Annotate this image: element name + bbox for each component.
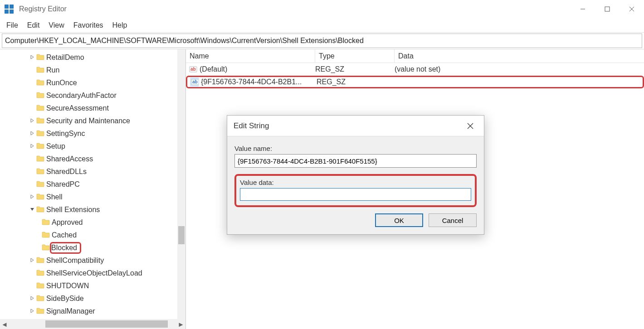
tree-item[interactable]: Blocked xyxy=(0,242,185,254)
dialog-title: Edit String xyxy=(234,121,269,131)
tree-caret-icon[interactable] xyxy=(28,207,36,213)
tree-item-label: Cached xyxy=(52,231,77,239)
folder-icon xyxy=(36,295,44,302)
tree-item-label: ShellServiceObjectDelayLoad xyxy=(46,269,142,277)
tree-item-label: SettingSync xyxy=(46,130,85,138)
titlebar: Registry Editor xyxy=(0,0,644,18)
tree-item[interactable]: SharedAccess xyxy=(0,153,185,165)
value-type: REG_SZ xyxy=(317,78,396,86)
tree-item-label: RunOnce xyxy=(46,79,77,87)
folder-icon xyxy=(36,308,44,315)
value-row[interactable]: ab(Default)REG_SZ(value not set) xyxy=(186,63,644,76)
tree-item-label: SharedDLLs xyxy=(46,168,87,176)
value-type: REG_SZ xyxy=(315,65,395,73)
svg-rect-1 xyxy=(10,5,14,9)
tree-item-label: SecureAssessment xyxy=(46,104,109,112)
tree-item-label: Run xyxy=(46,66,59,74)
tree-item-label: SHUTDOWN xyxy=(46,282,89,290)
folder-icon xyxy=(36,130,44,137)
dialog-close-button[interactable] xyxy=(463,119,478,133)
address-bar[interactable]: Computer\HKEY_LOCAL_MACHINE\SOFTWARE\Mic… xyxy=(2,34,642,48)
tree-item[interactable]: Shell Extensions xyxy=(0,203,185,216)
scroll-right-icon[interactable]: ► xyxy=(176,320,185,328)
folder-icon xyxy=(36,54,44,61)
value-name: {9F156763-7844-4DC4-B2B1... xyxy=(201,78,317,86)
tree-item[interactable]: Run xyxy=(0,64,185,77)
tree-item[interactable]: SharedPC xyxy=(0,178,185,191)
column-header-name[interactable]: Name xyxy=(186,49,315,63)
address-text: Computer\HKEY_LOCAL_MACHINE\SOFTWARE\Mic… xyxy=(5,37,364,45)
folder-icon xyxy=(36,270,44,277)
folder-icon xyxy=(42,219,50,226)
tree-item[interactable]: Setup xyxy=(0,140,185,153)
scrollbar-thumb[interactable] xyxy=(178,226,185,244)
dialog-titlebar: Edit String xyxy=(227,116,484,136)
tree-item-label: SharedAccess xyxy=(46,155,93,163)
tree-caret-icon[interactable] xyxy=(28,257,36,264)
tree-item-label: SignalManager xyxy=(46,307,95,315)
tree-item[interactable]: RunOnce xyxy=(0,77,185,89)
tree-item[interactable]: Cached xyxy=(0,229,185,242)
scrollbar-thumb[interactable] xyxy=(45,320,168,328)
minimize-button[interactable] xyxy=(571,0,595,18)
folder-icon xyxy=(36,168,44,175)
close-button[interactable] xyxy=(620,0,644,18)
folder-icon xyxy=(36,155,44,163)
tree-item[interactable]: ShellServiceObjectDelayLoad xyxy=(0,267,185,280)
edit-string-dialog: Edit String Value name: Value data: OK C… xyxy=(227,115,484,235)
tree-caret-icon[interactable] xyxy=(28,118,36,124)
value-data-highlight: Value data: xyxy=(234,174,477,207)
tree-item[interactable]: Approved xyxy=(0,216,185,229)
value-name-input[interactable] xyxy=(234,154,477,168)
tree-item[interactable]: ShellCompatibility xyxy=(0,254,185,267)
value-data-input[interactable] xyxy=(240,188,471,201)
tree-caret-icon[interactable] xyxy=(28,143,36,150)
tree-scrollbar-horizontal[interactable]: ◄ ► xyxy=(0,319,185,329)
menu-file[interactable]: File xyxy=(2,19,23,31)
maximize-button[interactable] xyxy=(595,0,620,18)
folder-icon xyxy=(36,194,44,201)
tree-item[interactable]: SideBySide xyxy=(0,292,185,305)
tree-item[interactable]: Security and Maintenance xyxy=(0,115,185,127)
tree-item[interactable]: SignalManager xyxy=(0,305,185,318)
tree-item-label: Shell Extensions xyxy=(46,206,100,214)
cancel-button[interactable]: Cancel xyxy=(429,213,477,227)
tree-item[interactable]: Shell xyxy=(0,191,185,203)
value-name: (Default) xyxy=(200,65,315,73)
tree-item[interactable]: RetailDemo xyxy=(0,51,185,64)
scroll-left-icon[interactable]: ◄ xyxy=(0,320,9,328)
tree-caret-icon[interactable] xyxy=(28,308,36,314)
tree-item-label: ShellCompatibility xyxy=(46,256,104,265)
menu-help[interactable]: Help xyxy=(108,19,132,31)
tree-item-label: SharedPC xyxy=(46,180,80,189)
menu-favorites[interactable]: Favorites xyxy=(69,19,108,31)
folder-icon xyxy=(36,282,44,290)
tree-item[interactable]: SHUTDOWN xyxy=(0,280,185,292)
tree-item[interactable]: SecureAssessment xyxy=(0,102,185,115)
tree-caret-icon[interactable] xyxy=(28,54,36,61)
folder-icon xyxy=(42,232,50,239)
menu-view[interactable]: View xyxy=(44,19,68,31)
tree-caret-icon[interactable] xyxy=(28,194,36,200)
folder-icon xyxy=(36,117,44,125)
value-row[interactable]: ab{9F156763-7844-4DC4-B2B1...REG_SZ xyxy=(186,76,644,88)
tree-scrollbar-vertical[interactable] xyxy=(177,49,185,319)
value-name-label: Value name: xyxy=(234,145,477,152)
tree-item[interactable]: SharedDLLs xyxy=(0,165,185,178)
column-header-type[interactable]: Type xyxy=(315,49,395,63)
tree-item-label: Setup xyxy=(46,142,65,150)
column-header-data[interactable]: Data xyxy=(395,49,644,63)
folder-icon xyxy=(36,257,44,264)
tree-item-label: RetailDemo xyxy=(46,53,84,62)
folder-icon xyxy=(42,244,50,252)
tree-caret-icon[interactable] xyxy=(28,131,36,137)
folder-icon xyxy=(36,105,44,112)
tree-item[interactable]: SecondaryAuthFactor xyxy=(0,89,185,102)
menu-edit[interactable]: Edit xyxy=(23,19,44,31)
folder-icon xyxy=(36,79,44,87)
tree-item[interactable]: SettingSync xyxy=(0,127,185,140)
tree-caret-icon[interactable] xyxy=(28,295,36,302)
folder-icon xyxy=(36,181,44,188)
value-data-label: Value data: xyxy=(240,179,471,186)
ok-button[interactable]: OK xyxy=(375,213,423,227)
